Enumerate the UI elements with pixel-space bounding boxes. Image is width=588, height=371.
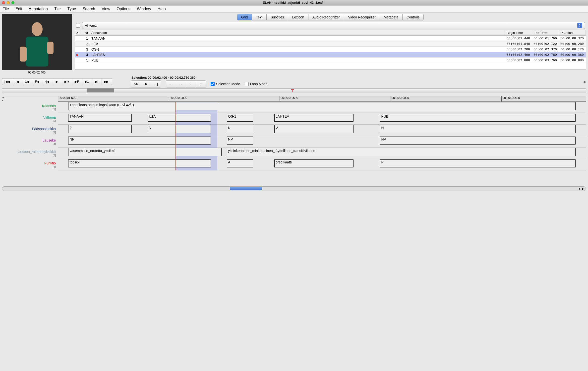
annotation-segment[interactable]: A (227, 159, 253, 167)
annotation-segment[interactable]: yksinkertainen_minimaalinen_täydellinen_… (227, 148, 576, 156)
annotation-segment[interactable]: ? (68, 125, 132, 133)
playback-btn-8[interactable]: ▶1 (82, 78, 92, 85)
loop-mode-checkbox[interactable] (245, 82, 249, 86)
tab-metadata[interactable]: Metadata (380, 14, 403, 20)
tier-row[interactable]: NPNPNP (58, 136, 586, 148)
selection-mode-toggle[interactable]: Selection Mode (211, 82, 240, 86)
tier-label-lauseen_rakenneyksikkö[interactable]: Lauseen_rakenneyksikkö[2] (2, 148, 58, 159)
video-panel[interactable] (2, 14, 72, 70)
volume-icon[interactable]: ◆ (583, 80, 586, 84)
tab-audio-recognizer[interactable]: Audio Recognizer (308, 14, 344, 20)
annotation-segment[interactable]: Tänä iltana painun kapakkaan (Suvi 42/1)… (68, 102, 575, 110)
tab-text[interactable]: Text (252, 14, 267, 20)
annotation-segment[interactable]: V (274, 125, 353, 133)
tab-controls[interactable]: Controls (403, 14, 424, 20)
playback-btn-2[interactable]: 1◀ (22, 78, 32, 85)
tier-label-pääsanaluokka[interactable]: Pääsanaluokka[5] (2, 125, 58, 136)
tier-label-funktio[interactable]: Funktio[4] (2, 159, 58, 170)
menu-view[interactable]: View (102, 7, 110, 11)
tab-subtitles[interactable]: Subtitles (267, 14, 288, 20)
table-row[interactable]: 2ILTA00:00:01.84000:00:02.12000:00:00.28… (75, 41, 586, 47)
annotation-segment[interactable]: LÄHTEÄ (274, 114, 353, 122)
menu-annotation[interactable]: Annotation (29, 7, 48, 11)
grid-checkbox[interactable] (76, 23, 80, 28)
nav-btn-2[interactable]: ↓ (186, 81, 196, 87)
annotation-segment[interactable]: NP (227, 137, 253, 145)
horizontal-scrollbar[interactable]: ◀ ▶ (2, 186, 586, 191)
nav-btn-3[interactable]: ↑ (196, 81, 206, 87)
timeline-corner-icon[interactable]: ◂▸▾ (2, 96, 4, 102)
table-row[interactable]: ▶4LÄHTEÄ00:00:02.40000:00:02.76000:00:00… (75, 52, 586, 58)
selection-play-btn-0[interactable]: ▷S (131, 81, 141, 87)
scroll-left-icon[interactable]: ◀ (577, 187, 581, 191)
tier-row[interactable]: Tänä iltana painun kapakkaan (Suvi 42/1)… (58, 102, 586, 113)
nav-btn-0[interactable]: ← (166, 81, 176, 87)
close-icon[interactable] (2, 1, 5, 4)
grid-header-duration[interactable]: Duration (559, 30, 586, 35)
tier-row[interactable]: topiikkiApredikaattiP (58, 159, 586, 170)
selection-play-btn-1[interactable]: S̸ (141, 81, 151, 87)
menu-tier[interactable]: Tier (54, 7, 61, 11)
menu-file[interactable]: File (2, 7, 9, 11)
annotation-segment[interactable]: topiikki (68, 159, 211, 167)
menu-search[interactable]: Search (83, 7, 95, 11)
annotation-segment[interactable]: N (380, 125, 575, 133)
playback-btn-9[interactable]: ▶| (92, 78, 102, 85)
scroll-right-icon[interactable]: ▶ (581, 187, 585, 191)
table-row[interactable]: 3OS-100:00:02.20000:00:02.32000:00:00.12… (75, 47, 586, 52)
global-scrub-bar[interactable]: ┬ (2, 88, 586, 92)
tier-row[interactable]: ?NNVN (58, 125, 586, 136)
table-row[interactable]: 1TÄNÄÄN00:00:01.44000:00:01.76000:00:00.… (75, 36, 586, 41)
tab-grid[interactable]: Grid (237, 14, 252, 20)
scrub-thumb[interactable] (87, 88, 114, 92)
menu-help[interactable]: Help (158, 7, 166, 11)
menu-edit[interactable]: Edit (15, 7, 22, 11)
view-tabs: GridTextSubtitlesLexiconAudio Recognizer… (75, 14, 586, 20)
tier-label-viittoma[interactable]: Viittoma[5] (2, 113, 58, 125)
grid-header-end[interactable]: End Time (532, 30, 559, 35)
nav-btn-1[interactable]: → (176, 81, 186, 87)
playback-btn-1[interactable]: |◀ (12, 78, 22, 85)
annotation-segment[interactable]: OS-1 (227, 114, 253, 122)
grid-header-nr[interactable]: Nr (80, 30, 90, 35)
annotation-segment[interactable]: NP (68, 137, 211, 145)
tab-video-recognizer[interactable]: Video Recognizer (344, 14, 380, 20)
annotation-segment[interactable]: PUBI (380, 114, 575, 122)
tier-row[interactable]: vasemmalle_erotettu_yksikköyksinkertaine… (58, 148, 586, 159)
menu-options[interactable]: Options (117, 7, 130, 11)
selection-play-btn-2[interactable]: →| (151, 81, 161, 87)
annotation-segment[interactable]: TÄNÄÄN (68, 114, 132, 122)
annotation-segment[interactable]: predikaatti (274, 159, 353, 167)
selection-mode-checkbox[interactable] (211, 82, 215, 86)
annotation-segment[interactable]: vasemmalle_erotettu_yksikkö (68, 148, 221, 156)
menu-type[interactable]: Type (67, 7, 76, 11)
grid-header-annotation[interactable]: Annotation (90, 30, 505, 35)
playback-btn-6[interactable]: ▶|+ (62, 78, 72, 85)
annotation-segment[interactable]: P (380, 159, 575, 167)
playback-btn-10[interactable]: ▶▶| (102, 78, 112, 85)
grid-header-begin[interactable]: Begin Time (505, 30, 532, 35)
tier-row[interactable]: TÄNÄÄNILTAOS-1LÄHTEÄPUBI (58, 113, 586, 125)
annotation-segment[interactable]: ILTA (148, 114, 211, 122)
grid-header-marker[interactable]: > (75, 30, 80, 35)
zoom-icon[interactable] (11, 1, 14, 4)
scrollbar-thumb[interactable] (230, 187, 262, 190)
annotation-segment[interactable]: N (227, 125, 253, 133)
table-row[interactable]: 5PUBI00:00:02.88000:00:03.76000:00:00.88… (75, 58, 586, 63)
tier-selector[interactable]: Viittoma ▲▼ (82, 22, 585, 29)
playback-btn-5[interactable]: ▶ (52, 78, 62, 85)
annotation-segment[interactable]: N (148, 125, 211, 133)
tier-label-lauseke[interactable]: Lauseke[3] (2, 136, 58, 148)
playback-btn-7[interactable]: ▶F (72, 78, 82, 85)
playback-btn-3[interactable]: F◀ (32, 78, 42, 85)
tab-lexicon[interactable]: Lexicon (288, 14, 308, 20)
annotation-segment[interactable]: NP (380, 137, 575, 145)
playhead[interactable] (176, 102, 176, 170)
minimize-icon[interactable] (7, 1, 10, 4)
playback-btn-4[interactable]: -|◀ (42, 78, 52, 85)
loop-mode-toggle[interactable]: Loop Mode (245, 82, 268, 86)
playback-btn-0[interactable]: |◀◀ (2, 78, 12, 85)
tier-label-käännös[interactable]: Käännös[1] (2, 102, 58, 113)
menu-window[interactable]: Window (137, 7, 151, 11)
time-ruler[interactable]: 00:00:01.50000:00:02.00000:00:02.50000:0… (58, 96, 586, 102)
